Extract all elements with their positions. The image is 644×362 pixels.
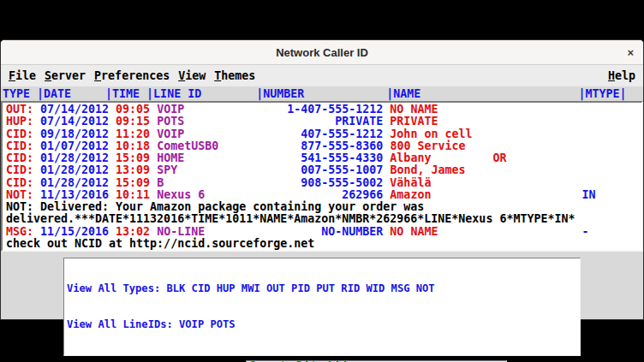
menu-server-hotkey: S <box>45 69 51 82</box>
menu-preferences-label: references <box>101 69 170 82</box>
row-segment: 01/28/2012 <box>40 163 116 176</box>
row-segment: 10:11 <box>116 188 157 201</box>
row-segment: CID: <box>6 176 40 189</box>
row-segment: NO NAME <box>390 225 438 238</box>
row-segment: 407-555-1212 <box>301 128 383 140</box>
menu-help-hotkey: H <box>608 69 615 82</box>
row-segment: IN <box>582 188 596 201</box>
call-row[interactable]: NOT: 11/13/2016 10:11 Nexus 6 262966 Ama… <box>6 189 641 201</box>
view-all-lineids: View All LineIDs: VOIP POTS <box>67 318 580 330</box>
row-segment: HUP: <box>6 115 40 128</box>
window-title: Network Caller ID <box>276 46 368 59</box>
menu-preferences-hotkey: P <box>94 69 101 82</box>
row-segment: 15:09 <box>116 151 157 164</box>
call-list[interactable]: OUT: 07/14/2012 09:05 VOIP 1-407-555-121… <box>1 101 643 252</box>
row-segment <box>431 188 581 201</box>
row-segment: OUT: <box>6 103 40 116</box>
call-row[interactable]: delivered.***DATE*11132016*TIME*1011*NAM… <box>6 213 641 225</box>
close-icon[interactable]: × <box>627 47 634 58</box>
row-segment: CID: <box>6 163 40 176</box>
row-segment: 007-555-1007 <box>301 163 383 176</box>
row-segment: 11/13/2016 <box>40 188 116 201</box>
row-segment: 01/28/2012 <box>40 151 116 164</box>
row-segment: CID: <box>6 139 40 152</box>
row-segment <box>184 151 301 164</box>
row-segment: Amazon <box>390 188 431 201</box>
row-segment: 09:05 <box>116 103 157 116</box>
row-segment <box>218 139 301 152</box>
row-segment: 11:20 <box>116 128 157 140</box>
call-row[interactable]: NOT: Delivered: Your Amazon package cont… <box>6 201 641 213</box>
call-row[interactable]: CID: 09/18/2012 11:20 VOIP 407-555-1212 … <box>6 128 641 140</box>
call-row[interactable]: CID: 01/28/2012 15:09 B 908-555-5002 Väh… <box>6 177 641 189</box>
status-panel: View All Types: BLK CID HUP MWI OUT PID … <box>1 252 643 362</box>
row-segment <box>184 128 301 140</box>
row-segment: Bond, James <box>390 163 465 176</box>
menu-view-label: iew <box>185 69 206 82</box>
row-segment: 262966 <box>342 188 383 201</box>
menu-themes-label: hemes <box>221 69 255 82</box>
row-segment: PRIVATE <box>390 115 438 128</box>
row-segment: 01/07/2012 <box>40 139 116 152</box>
column-header: TYPE |DATE |TIME |LINE ID |NUMBER |NAME … <box>1 86 643 101</box>
row-segment: NO-LINE <box>157 225 205 238</box>
row-segment: NOT: <box>6 188 40 201</box>
row-segment: 13:02 <box>116 225 157 238</box>
row-segment: CometUSB0 <box>157 139 218 152</box>
row-segment: B <box>157 176 164 189</box>
row-segment: check out NCID at http://ncid.sourceforg… <box>6 237 314 250</box>
row-segment: Albany OR <box>390 151 506 164</box>
call-row[interactable]: CID: 01/07/2012 10:18 CometUSB0 877-555-… <box>6 140 641 152</box>
call-row[interactable]: CID: 01/28/2012 13:09 SPY 007-555-1007 B… <box>6 164 641 176</box>
call-row[interactable]: OUT: 07/14/2012 09:05 VOIP 1-407-555-121… <box>6 104 641 116</box>
menu-help[interactable]: Help <box>608 69 635 82</box>
menu-file-hotkey: F <box>9 69 15 82</box>
row-segment: 09/18/2012 <box>40 128 116 140</box>
menu-help-label: elp <box>615 69 635 82</box>
menu-preferences[interactable]: Preferences <box>94 69 170 82</box>
row-segment: 07/14/2012 <box>40 115 116 128</box>
row-segment: CID: <box>6 151 40 164</box>
row-segment: PRIVATE <box>335 115 383 128</box>
row-segment: HOME <box>157 151 184 164</box>
row-segment <box>205 225 321 238</box>
row-segment: 07/14/2012 <box>40 103 116 116</box>
row-segment <box>205 188 342 201</box>
view-all-box: View All Types: BLK CID HUP MWI OUT PID … <box>63 258 581 356</box>
row-segment <box>184 115 335 128</box>
menu-view-hotkey: V <box>178 69 185 82</box>
menu-themes[interactable]: Themes <box>214 69 255 82</box>
row-segment: MSG: <box>6 225 40 238</box>
row-segment: 541-555-4330 <box>301 151 383 164</box>
menu-file[interactable]: File <box>9 69 36 82</box>
row-segment: SPY <box>157 163 177 176</box>
call-row[interactable]: CID: 01/28/2012 15:09 HOME 541-555-4330 … <box>6 152 641 164</box>
menu-view[interactable]: View <box>178 69 206 82</box>
row-segment: 10:18 <box>116 139 157 152</box>
row-segment: delivered.***DATE*11132016*TIME*1011*NAM… <box>6 212 575 225</box>
row-segment: Vähälä <box>390 176 431 189</box>
row-segment: 13:09 <box>116 163 157 176</box>
ncid-window: Network Caller ID × File Server Preferen… <box>0 39 644 320</box>
row-segment <box>164 176 301 189</box>
menu-bar: File Server Preferences View Themes Help <box>1 65 643 86</box>
row-segment <box>438 225 581 238</box>
row-segment: 09:15 <box>116 115 157 128</box>
row-segment: - <box>582 225 589 238</box>
row-segment: NOT: Delivered: Your Amazon package cont… <box>6 200 424 213</box>
view-all-types: View All Types: BLK CID HUP MWI OUT PID … <box>67 282 580 294</box>
row-segment: 877-555-8360 <box>301 139 383 152</box>
row-segment <box>177 163 301 176</box>
row-segment: 01/28/2012 <box>40 176 116 189</box>
menu-server-label: erver <box>51 69 86 82</box>
row-segment: 1-407-555-1212 <box>287 103 383 116</box>
call-row[interactable]: check out NCID at http://ncid.sourceforg… <box>6 238 641 250</box>
row-segment: 800 Service <box>390 139 465 152</box>
row-segment: 15:09 <box>116 176 157 189</box>
call-row[interactable]: MSG: 11/15/2016 13:02 NO-LINE NO-NUMBER … <box>6 226 641 238</box>
title-bar[interactable]: Network Caller ID × <box>1 40 643 65</box>
menu-server[interactable]: Server <box>45 69 86 82</box>
row-segment <box>184 103 287 116</box>
row-segment: 908-555-5002 <box>301 176 383 189</box>
call-row[interactable]: HUP: 07/14/2012 09:15 POTS PRIVATE PRIVA… <box>6 116 641 128</box>
